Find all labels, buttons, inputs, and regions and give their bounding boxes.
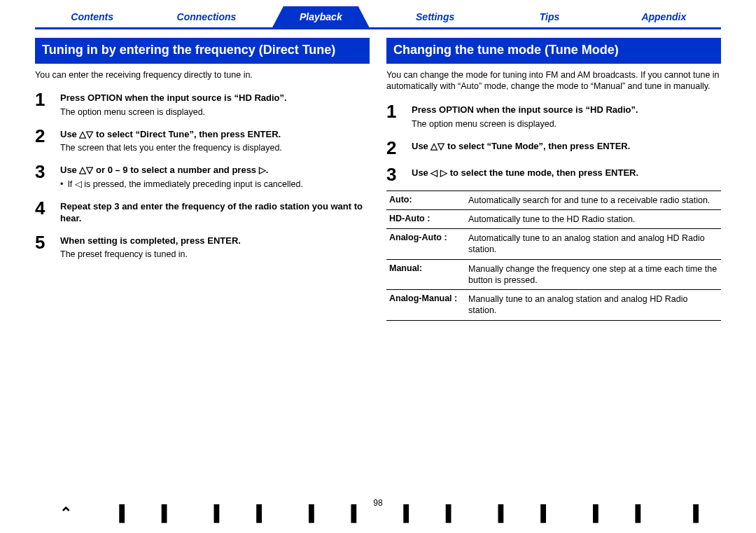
nav-contents[interactable]: Contents (35, 6, 149, 29)
step-number: 2 (386, 139, 403, 157)
mode-label: HD-Auto : (389, 214, 463, 225)
step-number: 5 (35, 233, 52, 261)
step-desc: The option menu screen is displayed. (60, 106, 370, 118)
step-title: Use ◁ ▷ to select the tune mode, then pr… (412, 167, 721, 179)
mode-desc: Automatically tune to the HD Radio stati… (468, 214, 718, 225)
nav-connections[interactable]: Connections (149, 6, 263, 29)
step-title: Use △▽ to select “Direct Tune”, then pre… (60, 128, 370, 141)
footer-icon[interactable]: ▐ (687, 504, 696, 522)
nav-playback[interactable]: Playback (264, 6, 378, 29)
footer-icon[interactable]: ▌▐ (593, 504, 638, 522)
step-title: Repeat step 3 and enter the frequency of… (60, 200, 370, 225)
step-2: 2 Use △▽ to select “Direct Tune”, then p… (35, 127, 370, 154)
table-row: Auto: Automatically search for and tune … (386, 191, 721, 210)
step-desc: The option menu screen is displayed. (412, 118, 721, 130)
nav-tips[interactable]: Tips (492, 6, 606, 29)
right-steps: 1 Press OPTION when the input source is … (386, 102, 721, 183)
left-steps: 1 Press OPTION when the input source is … (35, 90, 370, 261)
top-nav: Contents Connections Playback Settings T… (35, 7, 721, 29)
mode-desc: Manually tune to an analog station and a… (468, 293, 718, 317)
step-desc: The preset frequency is tuned in. (60, 249, 370, 261)
step-desc: The screen that lets you enter the frequ… (60, 142, 370, 154)
step-2: 2 Use △▽ to select “Tune Mode”, then pre… (386, 139, 721, 157)
mode-label: Analog-Auto : (389, 233, 463, 256)
mode-desc: Automatically search for and tune to a r… (468, 195, 718, 206)
step-3: 3 Use ◁ ▷ to select the tune mode, then … (386, 165, 721, 184)
step-title: When setting is completed, press ENTER. (60, 235, 370, 247)
table-row: Analog-Manual : Manually tune to an anal… (386, 290, 721, 321)
step-number: 2 (35, 127, 52, 154)
nav-appendix[interactable]: Appendix (607, 6, 721, 29)
footer-icon[interactable]: ▌▐ (214, 504, 260, 522)
bullet-icon: • (60, 179, 63, 191)
footer-icon[interactable]: ▌▐ (119, 504, 164, 522)
step-number: 4 (35, 199, 52, 225)
step-bullet: If ◁ is pressed, the immediately precedi… (67, 179, 303, 191)
footer-icon[interactable]: ▌▐ (309, 504, 354, 522)
left-column: Tuning in by entering the frequency (Dir… (35, 38, 370, 321)
mode-desc: Automatically tune to an analog station … (468, 233, 718, 256)
table-row: Manual: Manually change the frequency on… (386, 260, 721, 291)
step-title: Press OPTION when the input source is “H… (412, 104, 721, 116)
page-number: 98 (373, 498, 382, 508)
left-intro: You can enter the receiving frequency di… (35, 69, 370, 81)
mode-label: Auto: (389, 195, 463, 206)
step-1: 1 Press OPTION when the input source is … (35, 90, 370, 118)
left-section-header: Tuning in by entering the frequency (Dir… (35, 38, 370, 64)
step-number: 3 (386, 165, 403, 184)
step-title: Use △▽ or 0 – 9 to select a number and p… (60, 164, 370, 176)
mode-label: Analog-Manual : (389, 293, 463, 317)
footer-icon[interactable]: ⌃ (59, 504, 70, 522)
mode-label: Manual: (389, 263, 463, 286)
step-3: 3 Use △▽ or 0 – 9 to select a number and… (35, 162, 370, 190)
right-column: Changing the tune mode (Tune Mode) You c… (386, 38, 721, 321)
mode-desc: Manually change the frequency one step a… (468, 263, 718, 286)
footer-nav: 98 ⌃ ▌▐ ▌▐ ▌▐ ▌▐ ▌▐ ▌▐ ▐ (0, 499, 756, 527)
right-intro: You can change the mode for tuning into … (386, 69, 721, 93)
step-title: Press OPTION when the input source is “H… (60, 92, 370, 104)
step-number: 3 (35, 162, 52, 190)
table-row: Analog-Auto : Automatically tune to an a… (386, 229, 721, 260)
step-number: 1 (386, 102, 403, 130)
step-4: 4 Repeat step 3 and enter the frequency … (35, 199, 370, 225)
table-row: HD-Auto : Automatically tune to the HD R… (386, 210, 721, 229)
tune-mode-table: Auto: Automatically search for and tune … (386, 191, 721, 321)
right-section-header: Changing the tune mode (Tune Mode) (386, 38, 721, 64)
step-title: Use △▽ to select “Tune Mode”, then press… (412, 140, 721, 153)
footer-icon[interactable]: ▌▐ (403, 504, 449, 522)
step-1: 1 Press OPTION when the input source is … (386, 102, 721, 130)
step-number: 1 (35, 90, 52, 118)
footer-icon[interactable]: ▌▐ (498, 504, 544, 522)
step-5: 5 When setting is completed, press ENTER… (35, 233, 370, 261)
nav-settings[interactable]: Settings (378, 6, 492, 29)
